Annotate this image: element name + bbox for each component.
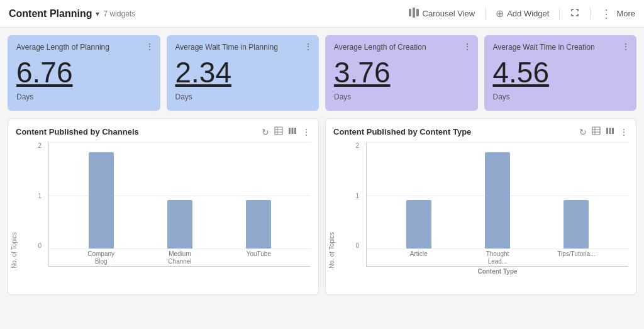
bar-1 bbox=[167, 200, 192, 248]
columns-icon2[interactable] bbox=[606, 126, 614, 137]
bar-2 bbox=[564, 200, 589, 248]
chart-channels-header: Content Published by Channels ↻ bbox=[16, 126, 311, 137]
charts-row: Content Published by Channels ↻ bbox=[8, 118, 636, 295]
chart-content-type: Content Published by Content Type ↻ bbox=[325, 118, 636, 295]
widget-card-0: Average Length of Planning 6.76 Days ⋮ bbox=[8, 35, 160, 111]
plot-area: Company BlogMedium ChannelYouTube bbox=[48, 142, 311, 267]
table-icon[interactable] bbox=[274, 126, 283, 137]
chart-channels: Content Published by Channels ↻ bbox=[8, 118, 319, 295]
widget-card-1: Average Wait Time in Planning 2.34 Days … bbox=[167, 35, 319, 111]
widget-unit-3: Days bbox=[493, 92, 628, 101]
chart-channels-title: Content Published by Channels bbox=[16, 127, 139, 137]
widget-title-0: Average Length of Planning bbox=[16, 43, 152, 52]
y-tick: 1 bbox=[38, 192, 42, 199]
menu-icon[interactable]: ⋮ bbox=[302, 127, 311, 137]
carousel-view-button[interactable]: Carousel View bbox=[408, 7, 475, 20]
chart-channels-actions: ↻ bbox=[262, 126, 311, 137]
add-widget-button[interactable]: ⊕ Add Widget bbox=[496, 8, 549, 20]
chevron-down-icon[interactable]: ▾ bbox=[96, 9, 99, 18]
widget-menu-0[interactable]: ⋮ bbox=[145, 42, 154, 52]
bars-area bbox=[367, 142, 628, 248]
y-tick: 0 bbox=[38, 242, 42, 249]
expand-button[interactable] bbox=[570, 8, 580, 20]
refresh-icon2[interactable]: ↻ bbox=[579, 127, 587, 137]
widget-value-1: 2.34 bbox=[175, 57, 311, 89]
carousel-view-label: Carousel View bbox=[423, 9, 475, 18]
svg-rect-8 bbox=[292, 128, 294, 134]
widget-title-3: Average Wait Time in Creation bbox=[493, 43, 628, 52]
widget-unit-2: Days bbox=[334, 92, 469, 101]
x-labels: ArticleThought Lead...Tips/Tutoria... bbox=[367, 248, 628, 266]
columns-icon[interactable] bbox=[288, 126, 297, 137]
more-icon: ⋮ bbox=[601, 7, 613, 21]
x-label-0: Article bbox=[400, 250, 438, 258]
svg-rect-2 bbox=[416, 9, 419, 16]
bar-0 bbox=[89, 152, 114, 248]
y-tick: 1 bbox=[355, 192, 359, 199]
widgets-row: Average Length of Planning 6.76 Days ⋮ A… bbox=[8, 35, 636, 111]
y-axis-wrapper: No. of Topics012 bbox=[16, 142, 48, 287]
widget-menu-2[interactable]: ⋮ bbox=[463, 42, 472, 52]
widget-menu-3[interactable]: ⋮ bbox=[621, 42, 630, 52]
svg-rect-16 bbox=[612, 128, 614, 134]
page-title: Content Planning bbox=[9, 8, 92, 20]
widget-menu-1[interactable]: ⋮ bbox=[304, 42, 313, 52]
x-label-0: Company Blog bbox=[82, 250, 120, 265]
x-label-2: Tips/Tutoria... bbox=[557, 250, 595, 258]
table-icon2[interactable] bbox=[592, 126, 601, 137]
carousel-icon bbox=[408, 7, 419, 20]
header: Content Planning ▾ 7 widgets Carousel Vi… bbox=[0, 0, 644, 28]
separator2 bbox=[559, 8, 560, 20]
widget-card-2: Average Length of Creation 3.76 Days ⋮ bbox=[325, 35, 478, 111]
plot-area: ArticleThought Lead...Tips/Tutoria...Con… bbox=[366, 142, 628, 267]
svg-rect-9 bbox=[294, 128, 296, 134]
y-axis-label: No. of Topics bbox=[328, 215, 335, 269]
widget-title-1: Average Wait Time in Planning bbox=[175, 43, 311, 52]
y-tick: 2 bbox=[355, 142, 359, 149]
y-axis-wrapper: No. of Topics012 bbox=[333, 142, 366, 287]
x-label-1: Medium Channel bbox=[161, 250, 199, 265]
widget-title-2: Average Length of Creation bbox=[334, 43, 469, 52]
chart-content-plot: No. of Topics012ArticleThought Lead...Ti… bbox=[333, 142, 628, 287]
y-tick: 2 bbox=[38, 142, 42, 149]
svg-rect-15 bbox=[609, 128, 611, 134]
bar-2 bbox=[246, 200, 271, 248]
widget-card-3: Average Wait Time in Creation 4.56 Days … bbox=[484, 35, 637, 111]
y-tick: 0 bbox=[355, 242, 359, 249]
y-axis: 012 bbox=[31, 142, 44, 249]
widget-value-3: 4.56 bbox=[493, 57, 628, 89]
separator bbox=[485, 8, 486, 20]
svg-rect-7 bbox=[289, 128, 291, 134]
x-axis-title: Content Type bbox=[477, 268, 517, 275]
widget-unit-1: Days bbox=[175, 92, 311, 101]
chart-channels-plot: No. of Topics012Company BlogMedium Chann… bbox=[16, 142, 311, 287]
widget-unit-0: Days bbox=[16, 92, 152, 101]
header-actions: Carousel View ⊕ Add Widget ⋮ More bbox=[408, 7, 635, 21]
header-left: Content Planning ▾ 7 widgets bbox=[9, 8, 135, 20]
menu-icon2[interactable]: ⋮ bbox=[619, 127, 628, 137]
main-content: Average Length of Planning 6.76 Days ⋮ A… bbox=[0, 28, 644, 303]
bars-area bbox=[49, 142, 311, 248]
more-button[interactable]: ⋮ More bbox=[601, 7, 635, 21]
y-axis-label: No. of Topics bbox=[11, 215, 18, 269]
x-label-2: YouTube bbox=[240, 250, 277, 258]
x-labels: Company BlogMedium ChannelYouTube bbox=[49, 248, 311, 266]
separator3 bbox=[590, 8, 591, 20]
chart-content-actions: ↻ bbox=[579, 126, 628, 137]
svg-rect-3 bbox=[275, 127, 282, 135]
svg-rect-10 bbox=[592, 127, 600, 135]
widgets-count: 7 widgets bbox=[103, 9, 135, 18]
widget-value-0: 6.76 bbox=[16, 57, 152, 89]
svg-rect-14 bbox=[606, 128, 608, 134]
more-label: More bbox=[616, 9, 635, 18]
bar-1 bbox=[485, 152, 510, 248]
refresh-icon[interactable]: ↻ bbox=[262, 127, 269, 137]
svg-rect-1 bbox=[413, 8, 415, 18]
chart-content-title: Content Published by Content Type bbox=[333, 127, 471, 137]
add-icon: ⊕ bbox=[496, 8, 504, 20]
chart-content-header: Content Published by Content Type ↻ bbox=[333, 126, 628, 137]
expand-icon bbox=[570, 8, 580, 20]
bar-0 bbox=[406, 200, 431, 248]
y-axis: 012 bbox=[349, 142, 362, 249]
widget-value-2: 3.76 bbox=[334, 57, 469, 89]
